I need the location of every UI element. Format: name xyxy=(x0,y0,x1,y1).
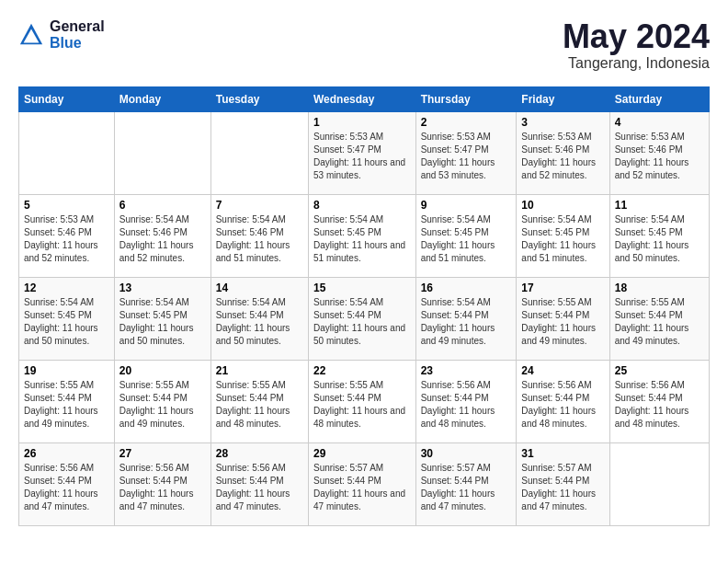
calendar-cell: 13Sunrise: 5:54 AM Sunset: 5:45 PM Dayli… xyxy=(114,277,210,360)
calendar-cell xyxy=(19,111,115,194)
header-friday: Friday xyxy=(517,86,609,111)
cell-content: Sunrise: 5:54 AM Sunset: 5:45 PM Dayligh… xyxy=(119,296,206,348)
cell-content: Sunrise: 5:54 AM Sunset: 5:45 PM Dayligh… xyxy=(521,213,604,265)
calendar-cell: 6Sunrise: 5:54 AM Sunset: 5:46 PM Daylig… xyxy=(114,194,210,277)
day-number: 27 xyxy=(119,447,206,460)
calendar-week-row: 12Sunrise: 5:54 AM Sunset: 5:45 PM Dayli… xyxy=(19,277,710,360)
header-row: Sunday Monday Tuesday Wednesday Thursday… xyxy=(19,86,710,111)
calendar-cell xyxy=(114,111,210,194)
calendar-cell: 11Sunrise: 5:54 AM Sunset: 5:45 PM Dayli… xyxy=(609,194,709,277)
calendar-cell: 21Sunrise: 5:55 AM Sunset: 5:44 PM Dayli… xyxy=(210,360,308,442)
calendar-cell: 28Sunrise: 5:56 AM Sunset: 5:44 PM Dayli… xyxy=(210,442,308,525)
header-saturday: Saturday xyxy=(609,86,709,111)
day-number: 21 xyxy=(216,364,303,377)
cell-content: Sunrise: 5:54 AM Sunset: 5:45 PM Dayligh… xyxy=(421,213,512,265)
cell-content: Sunrise: 5:56 AM Sunset: 5:44 PM Dayligh… xyxy=(421,379,512,431)
day-number: 9 xyxy=(421,199,512,212)
calendar-cell: 2Sunrise: 5:53 AM Sunset: 5:47 PM Daylig… xyxy=(415,111,517,194)
day-number: 19 xyxy=(24,364,109,377)
day-number: 16 xyxy=(421,282,512,294)
calendar-header: Sunday Monday Tuesday Wednesday Thursday… xyxy=(19,86,710,111)
calendar-cell: 14Sunrise: 5:54 AM Sunset: 5:44 PM Dayli… xyxy=(210,277,308,360)
day-number: 1 xyxy=(313,116,411,129)
day-number: 24 xyxy=(521,364,604,377)
calendar-cell: 15Sunrise: 5:54 AM Sunset: 5:44 PM Dayli… xyxy=(308,277,415,360)
day-number: 8 xyxy=(313,199,411,212)
calendar-week-row: 26Sunrise: 5:56 AM Sunset: 5:44 PM Dayli… xyxy=(19,442,710,525)
day-number: 13 xyxy=(119,282,206,294)
calendar-cell: 5Sunrise: 5:53 AM Sunset: 5:46 PM Daylig… xyxy=(19,194,115,277)
calendar-cell: 16Sunrise: 5:54 AM Sunset: 5:44 PM Dayli… xyxy=(415,277,517,360)
logo-icon xyxy=(18,22,44,48)
header-monday: Monday xyxy=(114,86,210,111)
cell-content: Sunrise: 5:55 AM Sunset: 5:44 PM Dayligh… xyxy=(313,379,411,431)
day-number: 15 xyxy=(313,282,411,294)
location-subtitle: Tangerang, Indonesia xyxy=(563,55,710,72)
calendar-cell: 8Sunrise: 5:54 AM Sunset: 5:45 PM Daylig… xyxy=(308,194,415,277)
cell-content: Sunrise: 5:54 AM Sunset: 5:45 PM Dayligh… xyxy=(615,213,704,265)
calendar-cell: 7Sunrise: 5:54 AM Sunset: 5:46 PM Daylig… xyxy=(210,194,308,277)
cell-content: Sunrise: 5:54 AM Sunset: 5:44 PM Dayligh… xyxy=(216,296,303,348)
day-number: 4 xyxy=(615,116,704,129)
day-number: 6 xyxy=(119,199,206,212)
cell-content: Sunrise: 5:56 AM Sunset: 5:44 PM Dayligh… xyxy=(24,462,109,513)
cell-content: Sunrise: 5:57 AM Sunset: 5:44 PM Dayligh… xyxy=(421,462,512,513)
day-number: 22 xyxy=(313,364,411,377)
cell-content: Sunrise: 5:54 AM Sunset: 5:44 PM Dayligh… xyxy=(421,296,512,348)
calendar-cell: 29Sunrise: 5:57 AM Sunset: 5:44 PM Dayli… xyxy=(308,442,415,525)
calendar-cell: 24Sunrise: 5:56 AM Sunset: 5:44 PM Dayli… xyxy=(517,360,609,442)
cell-content: Sunrise: 5:54 AM Sunset: 5:45 PM Dayligh… xyxy=(24,296,109,348)
calendar-table: Sunday Monday Tuesday Wednesday Thursday… xyxy=(18,86,710,526)
calendar-cell: 18Sunrise: 5:55 AM Sunset: 5:44 PM Dayli… xyxy=(609,277,709,360)
day-number: 25 xyxy=(615,364,704,377)
cell-content: Sunrise: 5:53 AM Sunset: 5:46 PM Dayligh… xyxy=(521,131,604,182)
logo-general: General xyxy=(50,18,105,35)
cell-content: Sunrise: 5:53 AM Sunset: 5:46 PM Dayligh… xyxy=(615,131,704,182)
calendar-cell: 10Sunrise: 5:54 AM Sunset: 5:45 PM Dayli… xyxy=(517,194,609,277)
calendar-cell: 30Sunrise: 5:57 AM Sunset: 5:44 PM Dayli… xyxy=(415,442,517,525)
day-number: 30 xyxy=(421,447,512,460)
cell-content: Sunrise: 5:55 AM Sunset: 5:44 PM Dayligh… xyxy=(521,296,604,348)
calendar-cell: 20Sunrise: 5:55 AM Sunset: 5:44 PM Dayli… xyxy=(114,360,210,442)
day-number: 26 xyxy=(24,447,109,460)
calendar-cell: 23Sunrise: 5:56 AM Sunset: 5:44 PM Dayli… xyxy=(415,360,517,442)
day-number: 31 xyxy=(521,447,604,460)
calendar-cell: 25Sunrise: 5:56 AM Sunset: 5:44 PM Dayli… xyxy=(609,360,709,442)
calendar-cell xyxy=(609,442,709,525)
day-number: 2 xyxy=(421,116,512,129)
calendar-cell: 1Sunrise: 5:53 AM Sunset: 5:47 PM Daylig… xyxy=(308,111,415,194)
cell-content: Sunrise: 5:55 AM Sunset: 5:44 PM Dayligh… xyxy=(24,379,109,431)
header-thursday: Thursday xyxy=(415,86,517,111)
day-number: 17 xyxy=(521,282,604,294)
cell-content: Sunrise: 5:54 AM Sunset: 5:44 PM Dayligh… xyxy=(313,296,411,348)
header-tuesday: Tuesday xyxy=(210,86,308,111)
day-number: 3 xyxy=(521,116,604,129)
day-number: 28 xyxy=(216,447,303,460)
day-number: 12 xyxy=(24,282,109,294)
calendar-cell: 17Sunrise: 5:55 AM Sunset: 5:44 PM Dayli… xyxy=(517,277,609,360)
cell-content: Sunrise: 5:55 AM Sunset: 5:44 PM Dayligh… xyxy=(615,296,704,348)
day-number: 20 xyxy=(119,364,206,377)
cell-content: Sunrise: 5:53 AM Sunset: 5:46 PM Dayligh… xyxy=(24,213,109,265)
day-number: 14 xyxy=(216,282,303,294)
calendar-week-row: 19Sunrise: 5:55 AM Sunset: 5:44 PM Dayli… xyxy=(19,360,710,442)
calendar-cell: 4Sunrise: 5:53 AM Sunset: 5:46 PM Daylig… xyxy=(609,111,709,194)
calendar-cell: 26Sunrise: 5:56 AM Sunset: 5:44 PM Dayli… xyxy=(19,442,115,525)
page-header: General Blue May 2024 Tangerang, Indones… xyxy=(18,18,710,72)
calendar-cell: 27Sunrise: 5:56 AM Sunset: 5:44 PM Dayli… xyxy=(114,442,210,525)
cell-content: Sunrise: 5:54 AM Sunset: 5:45 PM Dayligh… xyxy=(313,213,411,265)
calendar-cell: 9Sunrise: 5:54 AM Sunset: 5:45 PM Daylig… xyxy=(415,194,517,277)
day-number: 29 xyxy=(313,447,411,460)
calendar-body: 1Sunrise: 5:53 AM Sunset: 5:47 PM Daylig… xyxy=(19,111,710,525)
logo-text: General Blue xyxy=(50,18,105,51)
calendar-cell: 31Sunrise: 5:57 AM Sunset: 5:44 PM Dayli… xyxy=(517,442,609,525)
cell-content: Sunrise: 5:56 AM Sunset: 5:44 PM Dayligh… xyxy=(216,462,303,513)
cell-content: Sunrise: 5:54 AM Sunset: 5:46 PM Dayligh… xyxy=(119,213,206,265)
cell-content: Sunrise: 5:53 AM Sunset: 5:47 PM Dayligh… xyxy=(421,131,512,182)
cell-content: Sunrise: 5:56 AM Sunset: 5:44 PM Dayligh… xyxy=(615,379,704,431)
day-number: 18 xyxy=(615,282,704,294)
calendar-cell: 22Sunrise: 5:55 AM Sunset: 5:44 PM Dayli… xyxy=(308,360,415,442)
month-year-title: May 2024 xyxy=(563,18,710,55)
calendar-week-row: 5Sunrise: 5:53 AM Sunset: 5:46 PM Daylig… xyxy=(19,194,710,277)
calendar-cell: 19Sunrise: 5:55 AM Sunset: 5:44 PM Dayli… xyxy=(19,360,115,442)
